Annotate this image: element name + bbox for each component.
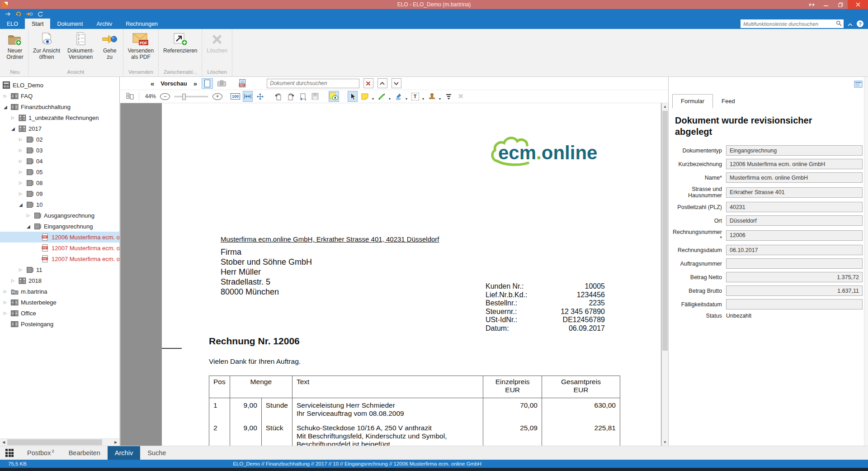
menu-tab-archiv[interactable]: Archiv [90, 19, 119, 29]
zoom-out-icon[interactable]: − [160, 93, 170, 100]
tree-item-faq[interactable]: ▷FAQ [0, 90, 119, 101]
tree-item-10[interactable]: ◢10 [0, 199, 119, 210]
tree-item-02[interactable]: ▷02 [0, 134, 119, 145]
scroll-right-icon[interactable]: ▶ [112, 440, 119, 444]
scroll-up-icon[interactable]: ▲ [662, 103, 668, 110]
form-input-rechnungsdatum[interactable] [726, 245, 863, 255]
view-tab-suche[interactable]: Suche [140, 446, 173, 460]
annotation-filter-icon[interactable] [443, 91, 453, 102]
highlighter-dropdown-icon[interactable]: ▾ [406, 97, 407, 103]
expander-collapsed-icon[interactable]: ▷ [19, 170, 26, 174]
expander-collapsed-icon[interactable]: ▷ [19, 137, 26, 142]
expander-collapsed-icon[interactable]: ▷ [19, 181, 26, 185]
scroll-left-icon[interactable]: ◀ [0, 440, 7, 444]
menu-tab-elo[interactable]: ELO [0, 19, 25, 29]
tree-item-12007-musterfirma-ecm-online-gmbh[interactable]: PDF12007 Musterfirma ecm. online GmbH [0, 243, 119, 253]
expander-collapsed-icon[interactable]: ▷ [19, 159, 26, 163]
menu-tab-rechnungen[interactable]: Rechnungen [119, 19, 165, 29]
window-resize-icon[interactable] [804, 0, 819, 9]
tree-item-musterbelege[interactable]: ▷Musterbelege [0, 297, 119, 308]
form-input-dokumententyp[interactable] [726, 145, 863, 156]
pdf-view-button[interactable]: PDF [237, 78, 248, 89]
view-tab-postbox[interactable]: Postbox2 [20, 446, 61, 460]
view-tab-archiv[interactable]: Archiv [108, 446, 140, 460]
zoom-slider[interactable] [175, 96, 208, 97]
view-tab-bearbeiten[interactable]: Bearbeiten [61, 446, 108, 460]
sticky-note-icon[interactable] [360, 91, 370, 102]
sticky-note-dropdown-icon[interactable]: ▾ [372, 97, 374, 103]
collapse-ribbon-icon[interactable] [848, 20, 853, 28]
expander-collapsed-icon[interactable]: ▷ [11, 115, 19, 120]
text-note-icon[interactable]: T [410, 91, 420, 102]
photo-view-button[interactable] [216, 78, 227, 89]
tree-item-office[interactable]: ▷Office [0, 308, 119, 319]
form-input-ort[interactable] [726, 215, 863, 226]
expander-expanded-icon[interactable]: ◢ [27, 224, 34, 229]
tree-item-05[interactable]: ▷05 [0, 167, 119, 177]
clear-search-button[interactable] [363, 78, 373, 88]
history-icon[interactable] [37, 10, 44, 18]
page-view-button[interactable] [202, 78, 213, 89]
document-search-input[interactable] [267, 79, 359, 88]
expander-collapsed-icon[interactable]: ▷ [27, 213, 34, 218]
tree-item-finanzbuchhaltung[interactable]: ◢Finanzbuchhaltung [0, 101, 119, 112]
rotate-left-icon[interactable] [274, 91, 283, 102]
find-previous-button[interactable] [377, 78, 387, 88]
tree-item-eingangsrechnung[interactable]: ◢Eingangsrechnung [0, 221, 119, 232]
checkin-icon[interactable] [26, 10, 33, 18]
form-input-betrag-brutto[interactable] [726, 285, 863, 296]
rotate-page-icon[interactable] [298, 91, 308, 102]
tree-item-09[interactable]: ▷09 [0, 188, 119, 199]
tree-item-08[interactable]: ▷08 [0, 177, 119, 188]
dokument-versionen-button[interactable]: 321Dokument-Versionen [64, 30, 98, 60]
expander-collapsed-icon[interactable]: ▷ [19, 148, 26, 152]
zoom-100-button[interactable]: 100 [230, 91, 241, 102]
form-scrollbar[interactable] [864, 77, 868, 446]
zur-ansicht-öffnen-button[interactable]: Zur Ansichtöffnen [29, 30, 64, 60]
window-minimize-button[interactable] [819, 0, 833, 9]
refresh-icon[interactable] [15, 10, 22, 18]
form-input-kurzbezeichnung[interactable] [726, 159, 863, 169]
show-annotations-icon[interactable] [329, 91, 339, 102]
form-input-betrag-netto[interactable] [726, 272, 863, 282]
zoom-slider-thumb[interactable] [182, 94, 186, 100]
marker-pen-icon[interactable] [377, 91, 387, 102]
tree-horizontal-scrollbar[interactable]: ◀ ▶ [0, 438, 119, 446]
referenzieren-button[interactable]: Referenzieren [160, 30, 201, 54]
expander-collapsed-icon[interactable]: ▷ [19, 267, 26, 272]
menu-tab-start[interactable]: Start [25, 19, 50, 29]
next-document-icon[interactable]: » [192, 80, 198, 87]
forward-arrow-icon[interactable] [4, 10, 11, 18]
form-input-strasse-und-hausnummer[interactable] [726, 187, 863, 198]
tree-item-m-bartrina[interactable]: ▷m.bartrina [0, 286, 119, 297]
tree-item-04[interactable]: ▷04 [0, 156, 119, 167]
fit-page-icon[interactable] [255, 91, 265, 102]
tree-item-2018[interactable]: ▷2018 [0, 275, 119, 286]
tree-item-12007-musterfirma-ecm-online-gmbh[interactable]: PDF12007 Musterfirma ecm. online GmbH [0, 253, 119, 264]
zoom-in-icon[interactable]: + [212, 93, 222, 100]
expander-collapsed-icon[interactable]: ▷ [4, 300, 11, 304]
tree-item-11[interactable]: ▷11 [0, 264, 119, 275]
select-cursor-icon[interactable] [348, 91, 358, 102]
tree-item-12006-musterfirma-ecm-online-gmbh[interactable]: PDF12006 Musterfirma ecm. online GmbH [0, 232, 119, 243]
apps-grid-icon[interactable] [5, 449, 14, 457]
form-input-fälligkeitsdatum[interactable] [726, 299, 863, 309]
tree-item-03[interactable]: ▷03 [0, 145, 119, 156]
stamp-icon[interactable] [427, 91, 437, 102]
form-input-rechnungsnummer[interactable] [726, 230, 863, 241]
tree-item-elo-demo[interactable]: ELOELO_Demo [0, 80, 119, 90]
thumbnails-pane-icon[interactable] [125, 91, 135, 102]
tab-formular[interactable]: Formular [672, 94, 713, 108]
expander-expanded-icon[interactable]: ◢ [11, 126, 19, 131]
menu-tab-dokument[interactable]: Dokument [50, 19, 90, 29]
gehe-zu-button[interactable]: Gehezu [98, 30, 122, 60]
form-input-auftragsnummer[interactable] [726, 258, 863, 269]
fit-width-icon[interactable] [243, 91, 253, 102]
preview-vertical-scrollbar[interactable]: ▲ ▼ [661, 103, 668, 446]
expander-collapsed-icon[interactable]: ▷ [4, 94, 11, 98]
versenden-als-pdf-button[interactable]: PDFVersendenals PDF [124, 30, 157, 60]
ribbon-search-input[interactable] [741, 21, 836, 27]
scrollbar-thumb[interactable] [7, 439, 102, 445]
tree-item-1-unbezahlte-rechnungen[interactable]: ▷1_unbezahlte Rechnungen [0, 112, 119, 123]
stamp-dropdown-icon[interactable]: ▾ [439, 97, 441, 103]
